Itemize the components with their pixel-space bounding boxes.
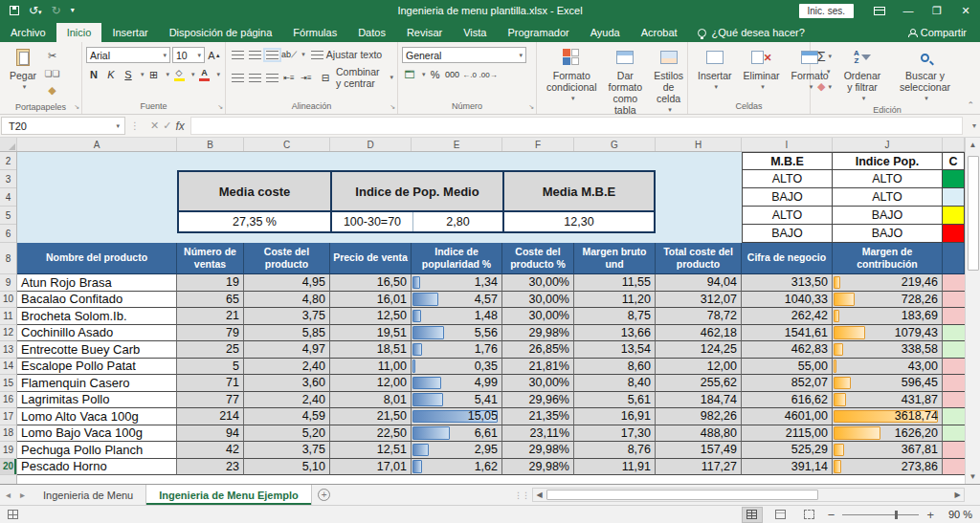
alignment-dialog-launcher-icon[interactable]: ↘	[390, 103, 395, 111]
horizontal-scrollbar[interactable]: ◀ ▶	[532, 488, 965, 502]
ribbon-tab-programador[interactable]: Programador	[497, 23, 579, 42]
sheet-tab-ingenieria-de-menu[interactable]: Ingenieria de Menu	[31, 485, 146, 505]
column-header-c[interactable]: C	[244, 138, 330, 151]
cell-precio[interactable]: 11,00	[330, 359, 412, 376]
format-painter-icon[interactable]: ◆	[44, 83, 60, 98]
ribbon-tab-ayuda[interactable]: Ayuda	[580, 23, 631, 42]
cell-name[interactable]: Escalope Pollo Patat	[17, 359, 177, 376]
cell-total-coste[interactable]: 184,74	[656, 392, 742, 409]
cell-coste[interactable]: 5,10	[244, 459, 330, 476]
cell-coste-pct[interactable]: 21,35%	[502, 408, 574, 425]
undo-icon[interactable]: ↺▾	[29, 5, 42, 16]
cell-coste-pct[interactable]: 29,96%	[502, 392, 574, 409]
matrix-color-swatch-0[interactable]	[943, 170, 965, 188]
row-header-5[interactable]: 5	[0, 207, 16, 225]
cell-coste[interactable]: 3,75	[244, 442, 330, 459]
grow-font-icon[interactable]: A▲	[207, 48, 222, 63]
column-header-h[interactable]: H	[656, 138, 742, 151]
sheet-nav-left-icon[interactable]: ◂	[6, 490, 11, 500]
row-header-16[interactable]: 16	[0, 392, 16, 409]
row-header-3[interactable]: 3	[0, 170, 16, 188]
cancel-entry-icon[interactable]: ✕	[150, 120, 159, 132]
cell-precio[interactable]: 22,50	[330, 425, 412, 443]
cell-precio[interactable]: 12,00	[330, 375, 412, 392]
matrix-mbe-3[interactable]: BAJO	[742, 225, 833, 243]
wrap-text-button[interactable]: Ajustar texto	[311, 49, 382, 60]
cell-margen-bruto[interactable]: 8,75	[574, 308, 656, 325]
cell-cifra-negocio[interactable]: 391,14	[742, 459, 833, 476]
cell-margen-bruto[interactable]: 11,55	[574, 274, 656, 292]
row-header-13[interactable]: 13	[0, 341, 16, 359]
cell-total-coste[interactable]: 157,49	[656, 442, 742, 459]
scroll-right-icon[interactable]: ▶	[951, 490, 964, 499]
cell-category-color[interactable]	[943, 375, 965, 392]
cell-ventas[interactable]: 79	[177, 325, 244, 342]
delete-cells-button[interactable]: ✕ Eliminar▾	[738, 45, 786, 93]
decrease-indent-icon[interactable]: ⇤≡	[281, 70, 297, 85]
column-header-f[interactable]: F	[502, 138, 574, 151]
row-header-10[interactable]: 10	[0, 292, 16, 309]
table-header-coste-del-producto[interactable]: Coste del producto %	[502, 243, 574, 274]
cell-precio[interactable]: 16,50	[330, 274, 412, 292]
cell-total-coste[interactable]: 117,27	[656, 459, 742, 476]
cell-margen-contribucion[interactable]: 219,46	[833, 274, 943, 292]
insert-cells-button[interactable]: Insertar▾	[692, 45, 738, 93]
formula-input[interactable]	[190, 117, 963, 135]
collapse-ribbon-icon[interactable]: ⌃	[967, 100, 974, 110]
column-header-b[interactable]: B	[177, 138, 244, 151]
cell-margen-contribucion[interactable]: 728,26	[833, 292, 943, 309]
font-name-combo[interactable]: Arial▾	[86, 47, 170, 63]
column-header-i[interactable]: I	[742, 138, 833, 151]
redo-icon[interactable]: ↻	[52, 5, 61, 16]
zoom-in-button[interactable]: +	[926, 509, 934, 521]
cell-total-coste[interactable]: 255,62	[656, 375, 742, 392]
column-header-j[interactable]: J	[833, 138, 943, 151]
ribbon-tab-revisar[interactable]: Revisar	[396, 23, 453, 42]
table-header-total-coste-del-producto[interactable]: Total coste del producto	[656, 243, 742, 274]
customize-qat-icon[interactable]: ▾	[71, 7, 75, 14]
cell-coste-pct[interactable]: 29,98%	[502, 459, 574, 476]
summary-header-indice-pop[interactable]: Indice de Pop. Medio	[332, 172, 504, 210]
cell-name[interactable]: Lagrimitas Pollo	[17, 392, 177, 409]
cell-category-color[interactable]	[943, 408, 965, 425]
close-button[interactable]: ✕	[951, 0, 980, 21]
cell-precio[interactable]: 12,50	[330, 308, 412, 325]
cell-category-color[interactable]	[943, 359, 965, 376]
sheet-nav-right-icon[interactable]: ▸	[20, 490, 25, 500]
cell-cifra-negocio[interactable]: 462,83	[742, 341, 833, 359]
zoom-slider-thumb[interactable]	[895, 511, 898, 519]
cell-ventas[interactable]: 19	[177, 274, 244, 292]
cut-icon[interactable]: ✂	[44, 49, 60, 63]
cell-margen-contribucion[interactable]: 3618,74	[833, 408, 943, 425]
cell-margen-bruto[interactable]: 16,91	[574, 408, 656, 425]
cell-category-color[interactable]	[943, 442, 965, 459]
merge-center-button[interactable]: ⊟ Combinar y centrar▾	[318, 66, 393, 89]
cell-category-color[interactable]	[943, 274, 965, 292]
align-left-icon[interactable]	[230, 70, 245, 85]
cell-coste[interactable]: 4,97	[244, 341, 330, 359]
comma-style-button[interactable]: 000	[445, 67, 460, 82]
cell-total-coste[interactable]: 488,80	[656, 425, 742, 443]
cell-precio[interactable]: 8,01	[330, 392, 412, 409]
borders-icon[interactable]: ⊞	[146, 67, 162, 82]
scroll-up-icon[interactable]: ▲	[966, 138, 980, 152]
cell-name[interactable]: Pescado Horno	[17, 459, 177, 476]
cell-margen-contribucion[interactable]: 431,87	[833, 392, 943, 409]
cell-ventas[interactable]: 21	[177, 308, 244, 325]
cell-precio[interactable]: 21,50	[330, 408, 412, 425]
expand-formula-bar-icon[interactable]: ▾	[972, 121, 976, 130]
cell-margen-contribucion[interactable]: 596,45	[833, 375, 943, 392]
table-header-nombre-del-producto[interactable]: Nombre del producto	[17, 243, 177, 274]
cell-cifra-negocio[interactable]: 262,42	[742, 308, 833, 325]
cell-indice-popularidad[interactable]: 0,35	[412, 359, 502, 376]
cell-cifra-negocio[interactable]: 4601,00	[742, 408, 833, 425]
tab-split-handle[interactable]: ⋮⋮	[511, 490, 532, 500]
cell-ventas[interactable]: 65	[177, 292, 244, 309]
font-dialog-launcher-icon[interactable]: ↘	[217, 103, 223, 111]
zoom-out-button[interactable]: −	[828, 509, 835, 521]
row-header-8[interactable]: 8	[0, 243, 16, 274]
vertical-scrollbar[interactable]: ▲ ▼	[965, 138, 980, 484]
row-header-4[interactable]: 4	[0, 188, 16, 207]
sort-filter-button[interactable]: AZ Ordenar y filtrar▾	[835, 45, 890, 104]
row-header-9[interactable]: 9	[0, 274, 16, 292]
